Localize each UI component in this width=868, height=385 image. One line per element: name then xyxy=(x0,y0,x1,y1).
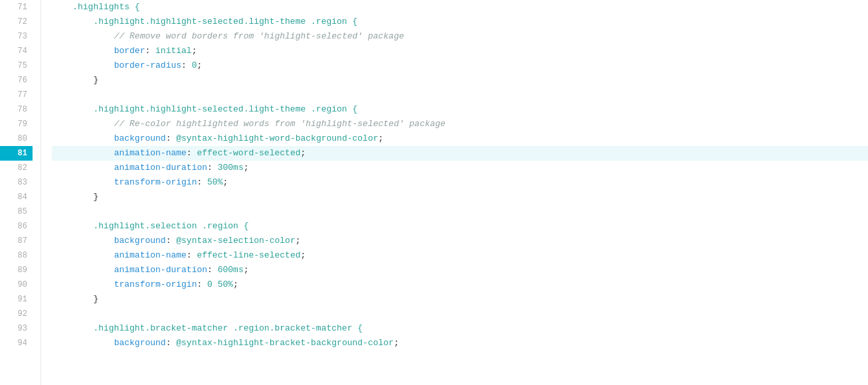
token: 0 xyxy=(192,58,197,73)
token xyxy=(52,58,114,73)
code-area[interactable]: .highlights { .highlight.highlight-selec… xyxy=(41,0,868,385)
code-line-91[interactable]: } xyxy=(52,292,868,307)
token: : xyxy=(166,336,177,350)
token xyxy=(52,336,114,350)
token: 300ms xyxy=(218,161,244,175)
token: @syntax-highlight-bracket-background-col… xyxy=(176,336,394,350)
code-line-85[interactable] xyxy=(52,204,868,219)
token xyxy=(52,131,114,146)
token: initial xyxy=(155,44,192,58)
token: effect-word-selected xyxy=(197,146,300,161)
line-number-78: 78 xyxy=(0,102,33,117)
token xyxy=(52,175,114,190)
token xyxy=(52,117,114,131)
token xyxy=(52,234,114,248)
token: ; xyxy=(244,263,249,277)
line-number-83: 83 xyxy=(0,175,33,190)
code-line-71[interactable]: .highlights { xyxy=(52,0,868,15)
code-line-86[interactable]: .highlight.selection .region { xyxy=(52,219,868,234)
token: effect-line-selected xyxy=(197,248,300,263)
line-number-77: 77 xyxy=(0,88,33,102)
code-line-90[interactable]: transform-origin: 0 50%; xyxy=(52,277,868,292)
line-number-86: 86 xyxy=(0,219,33,234)
line-number-73: 73 xyxy=(0,29,33,44)
line-number-81: 81 xyxy=(0,146,33,161)
code-line-79[interactable]: // Re-color hightlighted words from 'hig… xyxy=(52,117,868,131)
token xyxy=(52,161,114,175)
line-number-87: 87 xyxy=(0,234,33,248)
code-line-72[interactable]: .highlight.highlight-selected.light-them… xyxy=(52,15,868,29)
code-line-84[interactable]: } xyxy=(52,190,868,204)
token: ; xyxy=(222,175,228,190)
token: : xyxy=(197,175,207,190)
line-number-92: 92 xyxy=(0,307,33,321)
code-line-87[interactable]: background: @syntax-selection-color; xyxy=(52,234,868,248)
token: background xyxy=(114,234,166,248)
token: transform-origin xyxy=(114,175,197,190)
token: : xyxy=(187,248,197,263)
token: ; xyxy=(379,131,384,146)
token: 0 50% xyxy=(207,277,233,292)
code-line-73[interactable]: // Remove word borders from 'highlight-s… xyxy=(52,29,868,44)
token: .highlight.highlight-selected.light-them… xyxy=(52,102,357,117)
token: animation-name xyxy=(114,146,187,161)
code-line-81[interactable]: animation-name: effect-word-selected; xyxy=(52,146,868,161)
code-line-80[interactable]: background: @syntax-highlight-word-backg… xyxy=(52,131,868,146)
token: ; xyxy=(197,58,202,73)
token xyxy=(52,277,114,292)
token: 600ms xyxy=(218,263,244,277)
token: .highlights { xyxy=(52,0,140,15)
code-line-74[interactable]: border: initial; xyxy=(52,44,868,58)
line-number-91: 91 xyxy=(0,292,33,307)
line-number-85: 85 xyxy=(0,204,33,219)
code-line-82[interactable]: animation-duration: 300ms; xyxy=(52,161,868,175)
token: ; xyxy=(233,277,238,292)
token: @syntax-selection-color xyxy=(176,234,295,248)
line-number-94: 94 xyxy=(0,336,33,350)
code-line-83[interactable]: transform-origin: 50%; xyxy=(52,175,868,190)
code-line-75[interactable]: border-radius: 0; xyxy=(52,58,868,73)
token: .highlight.selection .region { xyxy=(52,219,248,234)
token: ; xyxy=(300,248,305,263)
token: .highlight.highlight-selected.light-them… xyxy=(52,15,357,29)
code-line-88[interactable]: animation-name: effect-line-selected; xyxy=(52,248,868,263)
token: 50% xyxy=(207,175,222,190)
code-line-76[interactable]: } xyxy=(52,73,868,88)
line-number-75: 75 xyxy=(0,58,33,73)
token: background xyxy=(114,336,166,350)
code-line-92[interactable] xyxy=(52,307,868,321)
line-number-79: 79 xyxy=(0,117,33,131)
line-number-71: 71 xyxy=(0,0,33,15)
code-line-77[interactable] xyxy=(52,88,868,102)
token: : xyxy=(207,161,218,175)
token: : xyxy=(166,234,177,248)
token: animation-duration xyxy=(114,161,207,175)
token xyxy=(52,146,114,161)
token: animation-duration xyxy=(114,263,207,277)
line-number-74: 74 xyxy=(0,44,33,58)
token: @syntax-highlight-word-background-color xyxy=(176,131,378,146)
line-number-89: 89 xyxy=(0,263,33,277)
token: ; xyxy=(296,234,301,248)
editor-container: 7172737475767778798081828384858687888990… xyxy=(0,0,868,385)
token: : xyxy=(197,277,207,292)
token: } xyxy=(52,292,98,307)
line-number-72: 72 xyxy=(0,15,33,29)
code-line-78[interactable]: .highlight.highlight-selected.light-them… xyxy=(52,102,868,117)
token: ; xyxy=(192,44,197,58)
token: : xyxy=(145,44,155,58)
token: animation-name xyxy=(114,248,187,263)
line-numbers: 7172737475767778798081828384858687888990… xyxy=(0,0,41,385)
token: ; xyxy=(300,146,305,161)
token xyxy=(52,248,114,263)
token: border xyxy=(114,44,145,58)
code-line-94[interactable]: background: @syntax-highlight-bracket-ba… xyxy=(52,336,868,350)
token: // Re-color hightlighted words from 'hig… xyxy=(114,117,446,131)
token: border-radius xyxy=(114,58,181,73)
token: : xyxy=(166,131,177,146)
code-line-89[interactable]: animation-duration: 600ms; xyxy=(52,263,868,277)
token xyxy=(52,263,114,277)
line-number-88: 88 xyxy=(0,248,33,263)
code-line-93[interactable]: .highlight.bracket-matcher .region.brack… xyxy=(52,321,868,336)
line-number-80: 80 xyxy=(0,131,33,146)
